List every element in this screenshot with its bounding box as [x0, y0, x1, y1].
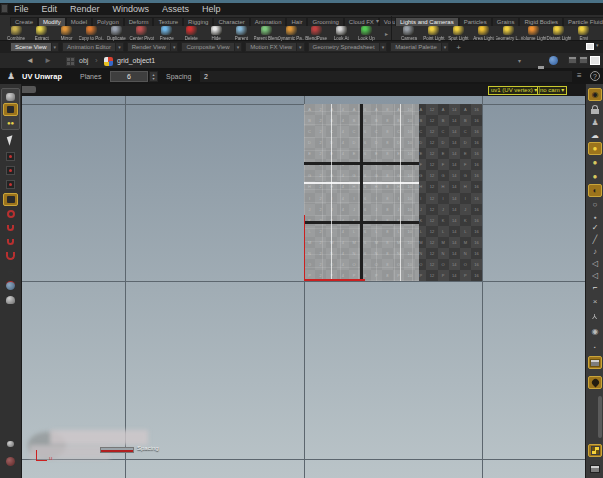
- spin-down-icon[interactable]: ▾: [152, 77, 154, 81]
- menu-windows[interactable]: Windows: [113, 3, 150, 15]
- world-sphere-icon[interactable]: [3, 455, 18, 468]
- fork-icon[interactable]: Y: [588, 310, 602, 323]
- render-region-icon[interactable]: [579, 56, 588, 64]
- menu-assets[interactable]: Assets: [162, 3, 189, 15]
- maximize-viewport-icon[interactable]: [590, 56, 600, 65]
- shelf-tab-rigid-bodies[interactable]: Rigid Bodies: [519, 17, 563, 26]
- pane-tab-dropdown-icon[interactable]: ▾: [171, 42, 179, 52]
- pane-tab-dropdown-icon[interactable]: ▾: [442, 42, 450, 52]
- tool-look-at[interactable]: Look At: [329, 26, 354, 41]
- camera-selector[interactable]: no cam ▾: [537, 86, 567, 95]
- tool-hide[interactable]: Hide: [204, 26, 229, 41]
- select-arrow-icon[interactable]: [3, 134, 18, 147]
- pane-tab-composite-view[interactable]: Composite View▾: [181, 42, 242, 52]
- cloud-icon[interactable]: ☁: [588, 129, 602, 142]
- pane-menu-icon[interactable]: ▾: [596, 42, 599, 48]
- pane-tab-motion-fx-view[interactable]: Motion FX View▾: [245, 42, 304, 52]
- shelf-tab-cloudfx[interactable]: Cloud FX: [344, 17, 379, 26]
- pane-tab-geometry-spreadsheet[interactable]: Geometry Spreadsheet▾: [308, 42, 388, 52]
- pane-tab-dropdown-icon[interactable]: ▾: [116, 42, 124, 52]
- high-quality-lighting-icon[interactable]: ●: [588, 170, 602, 183]
- shelf-tab-hair[interactable]: Hair: [286, 17, 307, 26]
- tool-center-pivot[interactable]: Center Pivot: [129, 26, 154, 41]
- help-icon[interactable]: ?: [590, 71, 600, 81]
- shelf-tab-rigging[interactable]: Rigging: [183, 17, 213, 26]
- breadcrumb-root[interactable]: obj: [79, 57, 88, 64]
- paint-tool-icon[interactable]: [3, 437, 18, 450]
- snap-edges-icon[interactable]: [3, 235, 18, 248]
- view-tool-icon[interactable]: [3, 90, 18, 103]
- hide-other-objects-icon[interactable]: ◉: [588, 88, 602, 101]
- shelf-tab-grooming[interactable]: Grooming: [307, 17, 343, 26]
- menu-render[interactable]: Render: [70, 3, 100, 15]
- shelf-tab-deform[interactable]: Deform: [124, 17, 154, 26]
- snap-grid-icon[interactable]: [3, 249, 18, 262]
- shelf-more-icon[interactable]: ▸: [385, 30, 388, 37]
- pane-tab-scene-view[interactable]: Scene View▾: [10, 42, 59, 52]
- normal-lighting-icon[interactable]: ●: [588, 156, 602, 169]
- image-plane-icon[interactable]: [588, 356, 602, 369]
- tool-mirror[interactable]: Mirror: [54, 26, 79, 41]
- shelf-tab-grains[interactable]: Grains: [492, 17, 520, 26]
- tool-environment-light[interactable]: Envi: [571, 26, 596, 41]
- shelf-tab-modify[interactable]: Modify: [38, 17, 66, 26]
- tool-combine[interactable]: Combine: [4, 26, 29, 41]
- shelf-tab-model[interactable]: Model: [66, 17, 92, 26]
- hud-spacing-slider[interactable]: [100, 447, 134, 453]
- circle-dot-icon[interactable]: ◉: [588, 325, 602, 338]
- select-primitives-icon[interactable]: [3, 178, 18, 191]
- pin-view-icon[interactable]: [588, 376, 602, 389]
- lock-camera-icon[interactable]: [588, 103, 602, 116]
- pane-tab-material-palette[interactable]: Material Palette▾: [390, 42, 449, 52]
- select-edges-icon[interactable]: [3, 164, 18, 177]
- tool-blendpose[interactable]: BlendPose: [304, 26, 329, 41]
- panel-handle-icon[interactable]: [1, 4, 8, 13]
- corner-ruler-icon[interactable]: ⌐: [588, 281, 602, 294]
- tool-parent-blend[interactable]: Parent Blend: [254, 26, 279, 41]
- lasso-select-icon[interactable]: [3, 207, 18, 220]
- hand-tool-icon[interactable]: [3, 293, 18, 306]
- menu-help[interactable]: Help: [202, 3, 221, 15]
- headlight-icon[interactable]: ●: [588, 142, 602, 155]
- pane-tab-dropdown-icon[interactable]: ▾: [235, 42, 243, 52]
- tool-point-light[interactable]: Point Light: [421, 26, 446, 41]
- tool-parent[interactable]: Parent: [229, 26, 254, 41]
- shelf-tab-character[interactable]: Character: [213, 17, 249, 26]
- snapshot-icon[interactable]: [588, 462, 602, 475]
- tool-look-up[interactable]: Look Up: [354, 26, 379, 41]
- shelf-tab-lights-cameras[interactable]: Lights and Cameras: [395, 17, 459, 26]
- tool-delete[interactable]: Delete: [179, 26, 204, 41]
- pane-tab-animation-editor[interactable]: Animation Editor▾: [62, 42, 124, 52]
- shading-mode-icon[interactable]: ◐: [588, 184, 602, 197]
- snap-points-icon[interactable]: [3, 221, 18, 234]
- pane-tab-render-view[interactable]: Render View▾: [127, 42, 179, 52]
- tool-freeze[interactable]: Freeze: [154, 26, 179, 41]
- pane-maximize-icon[interactable]: [586, 43, 594, 50]
- shelf-tab-polygon[interactable]: Polygon: [92, 17, 124, 26]
- shelf-tab-animation[interactable]: Animation: [250, 17, 287, 26]
- breadcrumb-node[interactable]: grid_object1: [117, 57, 155, 64]
- ghost-objects-icon[interactable]: ♟: [588, 116, 602, 129]
- select-points-icon[interactable]: [3, 150, 18, 163]
- shelf-tab-texture[interactable]: Texture: [153, 17, 183, 26]
- tool-duplicate[interactable]: Duplicate: [104, 26, 129, 41]
- construction-plane-icon[interactable]: ⊕: [3, 265, 18, 278]
- tool-geometry-light[interactable]: Geometry L...: [496, 26, 521, 41]
- shelf-tab-create[interactable]: Create: [10, 17, 38, 26]
- tool-dynamic-parent[interactable]: Dynamic Pa...: [279, 26, 304, 41]
- tiny-marker-icon[interactable]: ▪: [588, 340, 602, 353]
- snapshot-camera-icon[interactable]: [568, 56, 577, 64]
- tool-copy-to-points[interactable]: Copy to Poi...: [79, 26, 104, 41]
- parm-list-icon[interactable]: ≡: [577, 71, 582, 80]
- move-tool-icon[interactable]: [3, 103, 18, 116]
- expand-view-icon[interactable]: ×: [588, 295, 602, 308]
- tool-spot-light[interactable]: Spot Light: [446, 26, 471, 41]
- tool-area-light[interactable]: Area Light: [471, 26, 496, 41]
- pane-tab-dropdown-icon[interactable]: ▾: [297, 42, 305, 52]
- pane-tab-add-icon[interactable]: +: [456, 43, 461, 52]
- shelf-dropdown-icon[interactable]: ▾: [376, 17, 379, 24]
- planes-field[interactable]: 6: [110, 71, 148, 82]
- pane-tab-dropdown-icon[interactable]: ▾: [380, 42, 388, 52]
- uv-attribute-selector[interactable]: uv1 (UV vertex) ▾: [488, 86, 540, 95]
- network-globe-icon[interactable]: [549, 56, 558, 65]
